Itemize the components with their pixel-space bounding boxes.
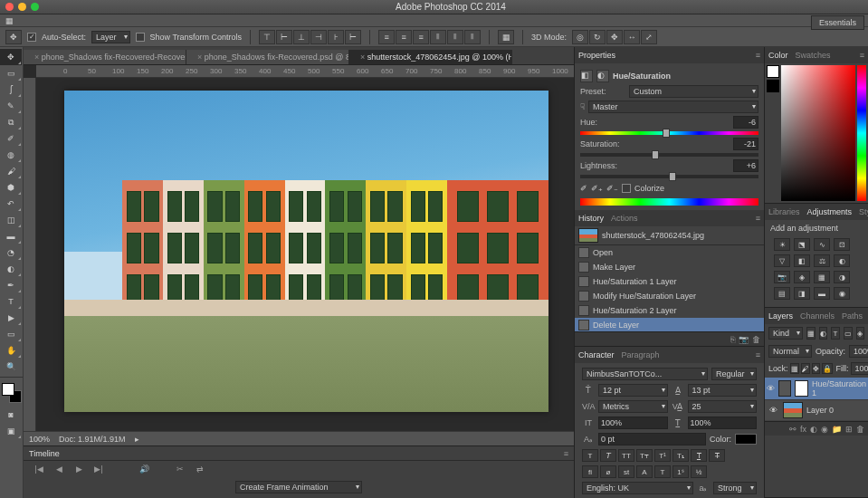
color-balance-icon[interactable]: ⚖ [814, 254, 830, 267]
show-transform-checkbox[interactable] [136, 33, 145, 42]
posterize-icon[interactable]: ▤ [774, 287, 790, 300]
layer-name[interactable]: Hue/Saturation 1 [812, 379, 866, 397]
lock-pixels-icon[interactable]: 🖌 [801, 363, 810, 374]
subscript-icon[interactable]: T₁ [672, 449, 689, 462]
ligature-ordinal-icon[interactable]: ø [600, 465, 616, 478]
italic-icon[interactable]: T [600, 449, 616, 462]
timeline-tab[interactable]: Timeline [29, 447, 60, 460]
align-vcenter-icon[interactable]: ⊢ [276, 30, 292, 44]
close-window-icon[interactable] [5, 3, 14, 11]
dist-right-icon[interactable]: ⦀ [464, 30, 481, 44]
baseline-input[interactable] [598, 433, 706, 445]
align-left-icon[interactable]: ⊣ [310, 30, 327, 44]
layers-tab[interactable]: Layers [768, 310, 793, 322]
layer-name[interactable]: Layer 0 [806, 406, 834, 415]
document-tab[interactable]: × shutterstock_478062454.jpg @ 100% (Hue… [349, 50, 512, 64]
vscale-input[interactable] [598, 417, 668, 429]
first-frame-icon[interactable]: |◀ [33, 464, 45, 474]
create-frame-animation-button[interactable]: Create Frame Animation [235, 481, 362, 493]
channel-dropdown[interactable]: Master [588, 101, 758, 113]
layer-mask-icon[interactable]: ◐ [810, 425, 817, 434]
quick-select-tool[interactable]: ✎ [0, 98, 22, 114]
adjustments-tab[interactable]: Adjustments [807, 206, 853, 218]
hue-value[interactable]: -6 [733, 116, 758, 129]
filter-shape-icon[interactable]: ▭ [844, 327, 853, 340]
history-state[interactable]: Open [575, 245, 764, 260]
fill-dropdown[interactable]: 100% [851, 362, 868, 375]
channels-tab[interactable]: Channels [800, 310, 835, 322]
blur-tool[interactable]: ◔ [0, 244, 22, 261]
threshold-icon[interactable]: ◨ [794, 287, 810, 300]
colorize-checkbox[interactable] [622, 184, 631, 193]
new-fill-adjust-icon[interactable]: ◉ [821, 425, 828, 434]
align-right-icon[interactable]: ⊢ [345, 30, 361, 44]
opacity-dropdown[interactable]: 100% [849, 345, 868, 358]
move-tool-preset-icon[interactable]: ✥ [5, 30, 22, 44]
threed-slide-icon[interactable]: ↔ [624, 30, 640, 44]
layer-row[interactable]: 👁Hue/Saturation 1 [765, 378, 868, 399]
exposure-icon[interactable]: ⊡ [834, 238, 850, 251]
threed-zoom-icon[interactable]: ⤢ [641, 30, 657, 44]
dist-vcenter-icon[interactable]: ≡ [396, 30, 412, 44]
next-frame-icon[interactable]: ▶| [92, 464, 105, 474]
filter-type-icon[interactable]: T [831, 327, 839, 340]
ligature-1st-icon[interactable]: 1ˢ [672, 465, 689, 478]
history-state[interactable]: Hue/Saturation 2 Layer [575, 303, 764, 318]
dist-top-icon[interactable]: ≡ [378, 30, 395, 44]
brush-tool[interactable]: 🖌 [0, 163, 22, 179]
lightness-slider[interactable] [580, 175, 758, 178]
new-group-icon[interactable]: 📁 [832, 425, 842, 434]
healing-brush-tool[interactable]: ◍ [0, 147, 22, 163]
layer-row[interactable]: 👁Layer 0 [765, 400, 868, 420]
prev-frame-icon[interactable]: ◀ [52, 464, 65, 474]
workspace-switcher[interactable]: Essentials [811, 15, 864, 30]
paths-tab[interactable]: Paths [842, 310, 863, 322]
hue-saturation-icon[interactable]: ◧ [794, 254, 810, 267]
strikethrough-icon[interactable]: T̶ [709, 449, 725, 462]
document-tab[interactable]: × phone_Shadows fix-Recovered-Recovered.… [24, 50, 186, 64]
actions-tab[interactable]: Actions [611, 212, 638, 225]
curves-icon[interactable]: ∿ [814, 238, 830, 251]
timeline-menu-icon[interactable]: ≡ [564, 449, 568, 458]
underline-icon[interactable]: T̲ [691, 449, 707, 462]
delete-layer-icon[interactable]: 🗑 [856, 425, 864, 434]
filter-smart-icon[interactable]: ◈ [856, 327, 864, 340]
new-snapshot-icon[interactable]: 📷 [739, 335, 749, 344]
properties-menu-icon[interactable]: ≡ [756, 51, 760, 60]
stamp-tool[interactable]: ⬢ [0, 179, 22, 196]
lightness-value[interactable]: +6 [733, 159, 758, 172]
history-state[interactable]: Hue/Saturation 1 Layer [575, 274, 764, 289]
character-tab[interactable]: Character [578, 349, 615, 361]
ligature-ad-icon[interactable]: A [636, 465, 653, 478]
history-brush-tool[interactable]: ↶ [0, 196, 22, 212]
gradient-tool[interactable]: ▬ [0, 228, 22, 244]
invert-icon[interactable]: ◑ [834, 271, 850, 283]
hand-tool[interactable]: ✋ [0, 342, 22, 359]
saturation-slider[interactable] [580, 153, 758, 157]
close-tab-icon[interactable]: × [197, 53, 202, 62]
bg-color-swatch[interactable] [767, 80, 779, 92]
blend-mode-dropdown[interactable]: Normal [768, 345, 812, 358]
pen-tool[interactable]: ✒ [0, 277, 22, 293]
text-color-swatch[interactable] [735, 434, 757, 445]
quickmask-tool[interactable]: ◙ [0, 407, 22, 423]
auto-select-mode-dropdown[interactable]: Layer [91, 31, 130, 43]
eraser-tool[interactable]: ◫ [0, 212, 22, 228]
mask-mode-icon[interactable]: ◐ [596, 70, 609, 82]
type-tool[interactable]: T [0, 293, 22, 310]
eyedropper-icon[interactable]: ✐ [580, 184, 587, 193]
ligature-fi-icon[interactable]: fi [582, 465, 598, 478]
color-field[interactable] [781, 65, 855, 201]
screen-mode-tool[interactable]: ▣ [0, 423, 22, 439]
audio-icon[interactable]: 🔊 [138, 464, 150, 474]
dist-bottom-icon[interactable]: ≡ [413, 30, 429, 44]
vibrance-icon[interactable]: ▽ [774, 254, 790, 267]
channel-mixer-icon[interactable]: ◈ [794, 271, 810, 283]
visibility-toggle-icon[interactable]: 👁 [767, 406, 779, 415]
dodge-tool[interactable]: ◐ [0, 261, 22, 277]
layer-fx-icon[interactable]: fx [800, 425, 806, 434]
levels-icon[interactable]: ⬔ [794, 238, 810, 251]
leading-dropdown[interactable]: 13 pt [688, 384, 758, 397]
eyedropper-plus-icon[interactable]: ✐₊ [591, 184, 603, 193]
align-hcenter-icon[interactable]: ⊦ [328, 30, 344, 44]
